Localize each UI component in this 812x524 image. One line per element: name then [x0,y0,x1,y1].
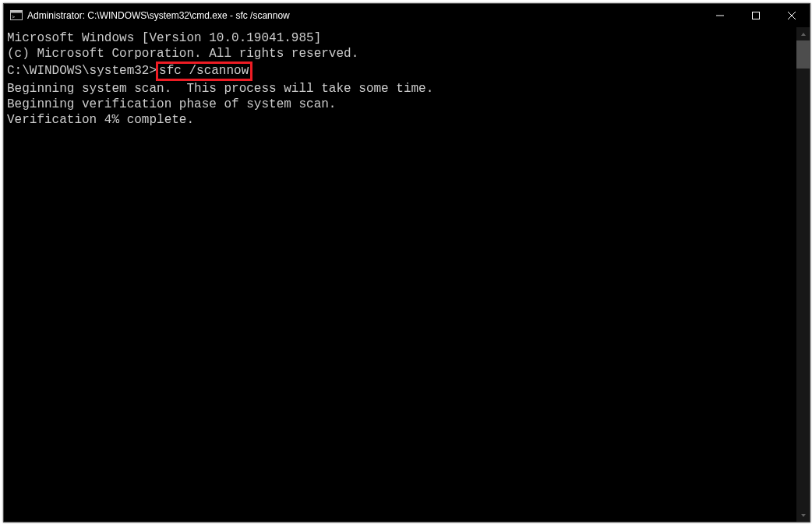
svg-text:>_: >_ [12,14,19,20]
scroll-down-button[interactable] [796,508,810,522]
output-line: Beginning system scan. This process will… [7,81,796,97]
svg-rect-4 [753,12,760,19]
output-line: Verification 4% complete. [7,112,796,128]
scrollbar-thumb[interactable] [796,40,810,69]
prompt-line: C:\WINDOWS\system32>sfc /scannow [7,62,796,81]
svg-marker-7 [801,33,806,36]
window-controls [702,4,810,27]
output-line: (c) Microsoft Corporation. All rights re… [7,46,796,62]
console-output[interactable]: Microsoft Windows [Version 10.0.19041.98… [4,27,796,522]
vertical-scrollbar[interactable] [796,27,810,522]
title-bar[interactable]: >_ Administrator: C:\WINDOWS\system32\cm… [4,4,810,27]
cmd-window: >_ Administrator: C:\WINDOWS\system32\cm… [3,3,810,522]
client-area: Microsoft Windows [Version 10.0.19041.98… [4,27,810,522]
output-line: Beginning verification phase of system s… [7,97,796,112]
scrollbar-track[interactable] [796,40,810,508]
svg-rect-1 [11,11,23,13]
command-highlight: sfc /scannow [156,62,252,81]
output-line: Microsoft Windows [Version 10.0.19041.98… [7,30,796,46]
minimize-button[interactable] [702,4,738,27]
command-text: sfc /scannow [159,64,249,78]
cmd-icon: >_ [10,9,23,22]
close-button[interactable] [774,4,810,27]
prompt-text: C:\WINDOWS\system32> [7,64,157,78]
window-title: Administrator: C:\WINDOWS\system32\cmd.e… [27,10,290,21]
scroll-up-button[interactable] [796,27,810,40]
maximize-button[interactable] [738,4,774,27]
svg-marker-8 [801,514,806,517]
